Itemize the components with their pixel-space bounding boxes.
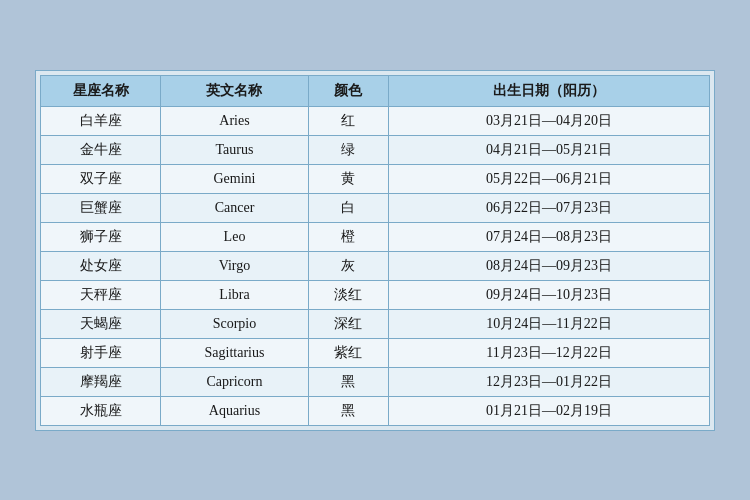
cell-date: 11月23日—12月22日: [388, 338, 709, 367]
cell-en-name: Gemini: [161, 164, 308, 193]
cell-date: 04月21日—05月21日: [388, 135, 709, 164]
cell-color: 黑: [308, 367, 388, 396]
cell-cn-name: 天蝎座: [41, 309, 161, 338]
cell-en-name: Sagittarius: [161, 338, 308, 367]
cell-en-name: Leo: [161, 222, 308, 251]
cell-cn-name: 金牛座: [41, 135, 161, 164]
cell-color: 紫红: [308, 338, 388, 367]
cell-color: 白: [308, 193, 388, 222]
cell-date: 09月24日—10月23日: [388, 280, 709, 309]
cell-cn-name: 巨蟹座: [41, 193, 161, 222]
zodiac-table: 星座名称 英文名称 颜色 出生日期（阳历） 白羊座Aries红03月21日—04…: [40, 75, 710, 426]
header-cn-name: 星座名称: [41, 75, 161, 106]
cell-en-name: Aries: [161, 106, 308, 135]
cell-date: 03月21日—04月20日: [388, 106, 709, 135]
cell-date: 10月24日—11月22日: [388, 309, 709, 338]
cell-cn-name: 处女座: [41, 251, 161, 280]
header-en-name: 英文名称: [161, 75, 308, 106]
cell-en-name: Libra: [161, 280, 308, 309]
table-row: 狮子座Leo橙07月24日—08月23日: [41, 222, 710, 251]
cell-color: 红: [308, 106, 388, 135]
cell-date: 06月22日—07月23日: [388, 193, 709, 222]
zodiac-table-container: 星座名称 英文名称 颜色 出生日期（阳历） 白羊座Aries红03月21日—04…: [35, 70, 715, 431]
table-row: 双子座Gemini黄05月22日—06月21日: [41, 164, 710, 193]
header-color: 颜色: [308, 75, 388, 106]
cell-date: 12月23日—01月22日: [388, 367, 709, 396]
table-row: 射手座Sagittarius紫红11月23日—12月22日: [41, 338, 710, 367]
table-row: 白羊座Aries红03月21日—04月20日: [41, 106, 710, 135]
table-header-row: 星座名称 英文名称 颜色 出生日期（阳历）: [41, 75, 710, 106]
cell-color: 黑: [308, 396, 388, 425]
cell-cn-name: 射手座: [41, 338, 161, 367]
cell-date: 01月21日—02月19日: [388, 396, 709, 425]
table-row: 巨蟹座Cancer白06月22日—07月23日: [41, 193, 710, 222]
table-row: 处女座Virgo灰08月24日—09月23日: [41, 251, 710, 280]
cell-cn-name: 水瓶座: [41, 396, 161, 425]
table-row: 金牛座Taurus绿04月21日—05月21日: [41, 135, 710, 164]
table-row: 水瓶座Aquarius黑01月21日—02月19日: [41, 396, 710, 425]
cell-en-name: Scorpio: [161, 309, 308, 338]
table-row: 摩羯座Capricorn黑12月23日—01月22日: [41, 367, 710, 396]
cell-color: 黄: [308, 164, 388, 193]
cell-color: 绿: [308, 135, 388, 164]
cell-en-name: Virgo: [161, 251, 308, 280]
cell-date: 07月24日—08月23日: [388, 222, 709, 251]
table-row: 天蝎座Scorpio深红10月24日—11月22日: [41, 309, 710, 338]
cell-color: 深红: [308, 309, 388, 338]
cell-en-name: Cancer: [161, 193, 308, 222]
cell-cn-name: 白羊座: [41, 106, 161, 135]
cell-en-name: Capricorn: [161, 367, 308, 396]
table-row: 天秤座Libra淡红09月24日—10月23日: [41, 280, 710, 309]
cell-en-name: Aquarius: [161, 396, 308, 425]
cell-cn-name: 双子座: [41, 164, 161, 193]
cell-date: 08月24日—09月23日: [388, 251, 709, 280]
cell-color: 灰: [308, 251, 388, 280]
header-date: 出生日期（阳历）: [388, 75, 709, 106]
cell-color: 橙: [308, 222, 388, 251]
cell-cn-name: 摩羯座: [41, 367, 161, 396]
cell-date: 05月22日—06月21日: [388, 164, 709, 193]
cell-color: 淡红: [308, 280, 388, 309]
table-body: 白羊座Aries红03月21日—04月20日金牛座Taurus绿04月21日—0…: [41, 106, 710, 425]
cell-en-name: Taurus: [161, 135, 308, 164]
cell-cn-name: 狮子座: [41, 222, 161, 251]
cell-cn-name: 天秤座: [41, 280, 161, 309]
